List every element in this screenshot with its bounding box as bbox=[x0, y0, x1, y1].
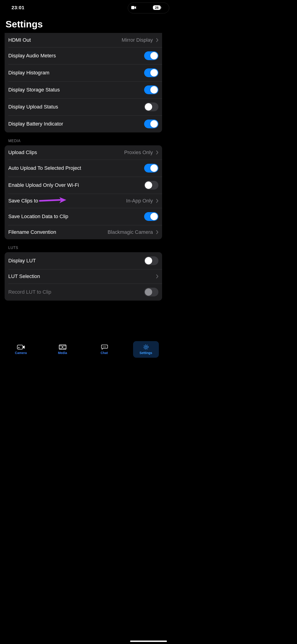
svg-point-23 bbox=[144, 345, 148, 350]
annotation-arrow bbox=[39, 196, 67, 206]
status-bar: 23:01 26 bbox=[0, 2, 167, 14]
row-save-location-data: Save Location Data to Clip bbox=[4, 208, 162, 225]
display-settings-group: HDMI Out Mirror Display Display Audio Me… bbox=[4, 33, 162, 132]
chevron-right-icon bbox=[156, 230, 158, 234]
svg-point-18 bbox=[65, 349, 65, 349]
svg-rect-0 bbox=[131, 6, 134, 9]
svg-point-22 bbox=[145, 346, 147, 348]
tab-label: Settings bbox=[140, 351, 152, 355]
row-label: Auto Upload To Selected Project bbox=[8, 165, 81, 171]
row-value: In-App Only bbox=[126, 198, 153, 204]
row-wifi-only-upload: Enable Upload Only Over Wi-Fi bbox=[4, 177, 162, 194]
status-time: 23:01 bbox=[12, 5, 24, 10]
media-icon bbox=[59, 344, 66, 350]
tab-settings[interactable]: Settings bbox=[133, 341, 159, 358]
row-upload-clips[interactable]: Upload Clips Proxies Only bbox=[4, 145, 162, 160]
svg-point-15 bbox=[60, 349, 60, 349]
chevron-right-icon bbox=[156, 274, 158, 278]
tab-media[interactable]: Media bbox=[50, 341, 76, 358]
row-label: Display Upload Status bbox=[8, 104, 58, 110]
svg-rect-7 bbox=[18, 347, 20, 348]
svg-line-5 bbox=[40, 200, 60, 201]
row-label: LUT Selection bbox=[8, 274, 40, 280]
row-label: HDMI Out bbox=[8, 37, 31, 43]
toggle-record-lut-to-clip bbox=[144, 288, 158, 296]
row-value: Proxies Only bbox=[124, 150, 153, 156]
svg-point-20 bbox=[104, 347, 104, 347]
video-recording-icon bbox=[131, 6, 136, 10]
row-display-battery-indicator: Display Battery Indicator bbox=[4, 116, 162, 132]
row-display-histogram: Display Histogram bbox=[4, 64, 162, 81]
gear-icon bbox=[142, 344, 150, 350]
toggle-display-battery-indicator[interactable] bbox=[144, 120, 158, 128]
chevron-right-icon bbox=[156, 38, 158, 42]
svg-point-12 bbox=[61, 345, 62, 346]
row-record-lut-to-clip: Record LUT to Clip bbox=[4, 284, 162, 300]
row-label: Display Storage Status bbox=[8, 87, 60, 93]
group-header-media: MEDIA bbox=[0, 132, 167, 145]
chevron-right-icon bbox=[156, 199, 158, 203]
svg-point-11 bbox=[60, 345, 60, 346]
toggle-display-storage-status[interactable] bbox=[144, 86, 158, 94]
row-display-upload-status: Display Upload Status bbox=[4, 98, 162, 116]
row-display-audio-meters: Display Audio Meters bbox=[4, 47, 162, 64]
row-value: Blackmagic Camera bbox=[108, 229, 153, 235]
toggle-display-histogram[interactable] bbox=[144, 68, 158, 77]
svg-point-21 bbox=[105, 347, 106, 347]
row-label: Save Location Data to Clip bbox=[8, 214, 68, 220]
settings-scroll-area[interactable]: HDMI Out Mirror Display Display Audio Me… bbox=[0, 33, 167, 339]
row-label: Record LUT to Clip bbox=[8, 289, 51, 295]
row-save-clips-to[interactable]: Save Clips to In-App Only bbox=[4, 194, 162, 208]
row-label: Display LUT bbox=[8, 258, 36, 264]
toggle-save-location-data[interactable] bbox=[144, 212, 158, 221]
toggle-auto-upload[interactable] bbox=[144, 164, 158, 172]
tab-camera[interactable]: Camera bbox=[8, 341, 34, 358]
row-label: Enable Upload Only Over Wi-Fi bbox=[8, 182, 79, 188]
row-hdmi-out[interactable]: HDMI Out Mirror Display bbox=[4, 33, 162, 47]
svg-point-19 bbox=[103, 347, 103, 347]
toggle-display-audio-meters[interactable] bbox=[144, 51, 158, 60]
row-label: Save Clips to bbox=[8, 198, 38, 204]
row-label: Upload Clips bbox=[8, 150, 37, 156]
page-title: Settings bbox=[0, 14, 167, 33]
group-header-luts: LUTS bbox=[0, 239, 167, 252]
media-settings-group: Upload Clips Proxies Only Auto Upload To… bbox=[4, 145, 162, 239]
chat-icon bbox=[100, 344, 108, 350]
tab-label: Chat bbox=[100, 351, 108, 355]
tab-bar: Camera Media Chat Settings bbox=[0, 339, 167, 361]
toggle-wifi-only-upload[interactable] bbox=[144, 181, 158, 190]
row-lut-selection[interactable]: LUT Selection bbox=[4, 269, 162, 284]
luts-settings-group: Display LUT LUT Selection Record LUT to … bbox=[4, 252, 162, 300]
row-auto-upload: Auto Upload To Selected Project bbox=[4, 160, 162, 177]
row-label: Display Audio Meters bbox=[8, 53, 56, 59]
row-display-lut: Display LUT bbox=[4, 252, 162, 269]
toggle-display-lut[interactable] bbox=[144, 256, 158, 265]
battery-level-label: 26 bbox=[155, 6, 159, 10]
tab-chat[interactable]: Chat bbox=[92, 341, 117, 358]
chevron-right-icon bbox=[156, 150, 158, 154]
svg-point-13 bbox=[64, 345, 64, 346]
row-label: Display Histogram bbox=[8, 70, 50, 76]
tab-label: Media bbox=[58, 351, 67, 355]
battery-indicator: 26 bbox=[153, 5, 161, 10]
svg-point-16 bbox=[61, 349, 62, 349]
svg-point-14 bbox=[65, 345, 65, 346]
row-label: Display Battery Indicator bbox=[8, 121, 63, 127]
svg-point-17 bbox=[64, 349, 64, 349]
row-value: Mirror Display bbox=[122, 37, 153, 43]
row-label: Filename Convention bbox=[8, 229, 56, 235]
row-filename-convention[interactable]: Filename Convention Blackmagic Camera bbox=[4, 225, 162, 239]
camera-icon bbox=[17, 344, 25, 350]
row-display-storage-status: Display Storage Status bbox=[4, 81, 162, 98]
svg-rect-6 bbox=[17, 345, 23, 349]
toggle-display-upload-status[interactable] bbox=[144, 102, 158, 111]
tab-label: Camera bbox=[15, 351, 27, 355]
